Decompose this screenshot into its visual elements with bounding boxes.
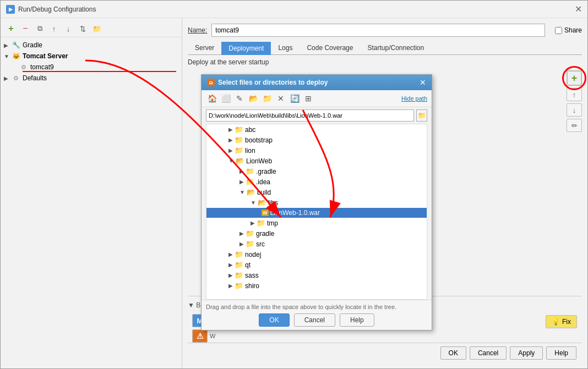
dialog-title-icon: 🗂 xyxy=(207,79,215,86)
tab-deployment[interactable]: Deployment xyxy=(221,42,271,55)
hide-path-button[interactable]: Hide path xyxy=(401,95,427,102)
folder-icon-nodejs: 📁 xyxy=(235,250,243,258)
fix-button[interactable]: 💡 Fix xyxy=(546,315,577,328)
arrow-src: ▶ xyxy=(239,241,244,247)
sort-button[interactable]: ⇅ xyxy=(77,23,89,35)
arrow-qt: ▶ xyxy=(228,262,233,268)
dialog-close-button[interactable]: ✕ xyxy=(420,78,426,87)
tree-item-lionweb[interactable]: ▼ 📂 LionWeb xyxy=(206,156,427,166)
window-close-button[interactable]: ✕ xyxy=(575,4,582,14)
tomcat-icon: 🐱 xyxy=(12,52,20,60)
label-shiro: shiro xyxy=(245,282,259,290)
file-select-dialog: 🗂 Select files or directories to deploy … xyxy=(201,74,432,331)
folder-icon-idea: 📁 xyxy=(246,178,254,186)
folder-icon-qt: 📁 xyxy=(235,261,243,269)
folder-icon-shiro: 📁 xyxy=(235,282,243,290)
tree-item-abc[interactable]: ▶ 📁 abc xyxy=(206,124,427,135)
name-input[interactable] xyxy=(211,24,545,37)
add-deploy-button[interactable]: + xyxy=(567,70,582,86)
folder-icon-bootstrap: 📁 xyxy=(235,136,243,144)
main-bottom-bar: OK Cancel Apply Help xyxy=(188,343,582,363)
tree-item-tomcat9[interactable]: ⚙ tomcat9 xyxy=(1,62,182,73)
dialog-cancel-button[interactable]: Cancel xyxy=(294,313,335,327)
file-tree[interactable]: ▶ 📁 abc ▶ 📁 bootstrap ▶ 📁 lion ▼ 📂 LionW… xyxy=(206,124,427,300)
path-browse-button[interactable]: 📁 xyxy=(416,109,427,122)
tab-startup[interactable]: Startup/Connection xyxy=(360,41,431,54)
share-checkbox[interactable] xyxy=(555,27,562,34)
bef-warn: ⚠ xyxy=(192,329,208,343)
tab-code-coverage[interactable]: Code Coverage xyxy=(300,41,360,54)
tree-item-gradle-sub[interactable]: ▶ 📁 .gradle xyxy=(206,166,427,177)
tree-item-tmp[interactable]: ▶ 📁 tmp xyxy=(206,218,427,228)
tree-item-tomcat-server[interactable]: ▼ 🐱 Tomcat Server xyxy=(1,51,182,62)
tree-item-lion[interactable]: ▶ 📁 lion xyxy=(206,145,427,156)
refresh-button[interactable]: 🔄 xyxy=(288,92,301,104)
label-tmp: tmp xyxy=(267,219,278,227)
tree-label-tomcat9: tomcat9 xyxy=(30,63,54,71)
tabs-row: Server Deployment Logs Code Coverage Sta… xyxy=(188,41,582,55)
tree-item-src[interactable]: ▶ 📁 src xyxy=(206,239,427,249)
tree-item-build[interactable]: ▼ 📂 build xyxy=(206,187,427,197)
arrow-libs: ▼ xyxy=(251,200,256,206)
dialog-help-button[interactable]: Help xyxy=(340,313,374,327)
edit-path-button[interactable]: ✎ xyxy=(233,92,246,104)
help-button[interactable]: Help xyxy=(546,346,576,360)
arrow-lionweb: ▼ xyxy=(228,158,234,164)
label-qt: qt xyxy=(245,261,251,269)
arrow-gradle-sub: ▶ xyxy=(239,168,244,174)
dialog-ok-button[interactable]: OK xyxy=(259,313,289,327)
move-up-deploy-button[interactable]: ↑ xyxy=(567,88,582,101)
copy-config-button[interactable]: ⧉ xyxy=(34,23,46,35)
folder-button[interactable]: 📁 xyxy=(91,23,103,35)
tree-item-defaults[interactable]: ▶ ⚙ Defaults xyxy=(1,73,182,84)
edit-deploy-button[interactable]: ✏ xyxy=(567,119,582,132)
move-up-button[interactable]: ↑ xyxy=(48,23,60,35)
folder-up-button[interactable]: 📂 xyxy=(247,92,259,104)
tree-item-nodejs[interactable]: ▶ 📁 nodej xyxy=(206,249,427,260)
new-dir-button[interactable]: 📁 xyxy=(261,92,273,104)
label-libs: libs xyxy=(268,199,278,207)
arrow-shiro: ▶ xyxy=(228,283,233,289)
folder-icon-gradle2: 📁 xyxy=(246,229,254,238)
tree-item-qt[interactable]: ▶ 📁 qt xyxy=(206,260,427,270)
ok-button[interactable]: OK xyxy=(440,346,466,360)
tree-item-idea[interactable]: ▶ 📁 .idea xyxy=(206,177,427,187)
dialog-hint: Drag and drop a file into the space abov… xyxy=(206,304,427,310)
label-lionweb-war: LionWeb-1.0.war xyxy=(270,209,320,217)
dialog-buttons: OK Cancel Help xyxy=(206,313,427,327)
tree-item-gradle2[interactable]: ▶ 📁 gradle xyxy=(206,228,427,239)
move-down-button[interactable]: ↓ xyxy=(62,23,74,35)
delete-button[interactable]: ✕ xyxy=(275,92,287,104)
arrow-nodejs: ▶ xyxy=(228,251,233,257)
move-down-deploy-button[interactable]: ↓ xyxy=(567,103,582,117)
add-config-button[interactable]: + xyxy=(5,23,17,35)
share-area: Share xyxy=(555,26,582,34)
view-button[interactable]: ⊞ xyxy=(302,92,314,104)
tree-item-sass[interactable]: ▶ 📁 sass xyxy=(206,270,427,280)
share-label: Share xyxy=(564,26,582,34)
arrow-tmp: ▶ xyxy=(251,220,255,226)
tree-item-gradle[interactable]: ▶ 🔧 Gradle xyxy=(1,40,182,51)
deploy-text: Deploy at the server startup xyxy=(188,58,582,66)
apply-button[interactable]: Apply xyxy=(510,346,543,360)
tab-logs[interactable]: Logs xyxy=(271,41,300,54)
path-input[interactable] xyxy=(206,109,414,122)
add-button-wrapper: + xyxy=(567,70,582,86)
label-gradle2: gradle xyxy=(256,230,274,238)
new-folder-button[interactable]: ⬜ xyxy=(220,92,232,104)
tree-item-lionweb-war[interactable]: W LionWeb-1.0.war xyxy=(206,208,427,218)
cancel-button[interactable]: Cancel xyxy=(470,346,507,360)
remove-config-button[interactable]: − xyxy=(19,23,31,35)
tree-arrow-tomcat: ▼ xyxy=(4,53,12,59)
home-button[interactable]: 🏠 xyxy=(206,92,218,104)
folder-icon-abc: 📁 xyxy=(235,125,243,134)
tree-label-tomcat-server: Tomcat Server xyxy=(23,52,68,60)
tree-item-bootstrap[interactable]: ▶ 📁 bootstrap xyxy=(206,135,427,145)
path-row: 📁 xyxy=(202,107,432,124)
tree-item-shiro[interactable]: ▶ 📁 shiro xyxy=(206,280,427,291)
tree-arrow-defaults: ▶ xyxy=(4,75,12,81)
tab-server[interactable]: Server xyxy=(188,41,221,54)
tree-label-gradle: Gradle xyxy=(23,41,42,49)
tree-item-libs[interactable]: ▼ 📂 libs xyxy=(206,197,427,208)
arrow-abc: ▶ xyxy=(228,126,233,133)
